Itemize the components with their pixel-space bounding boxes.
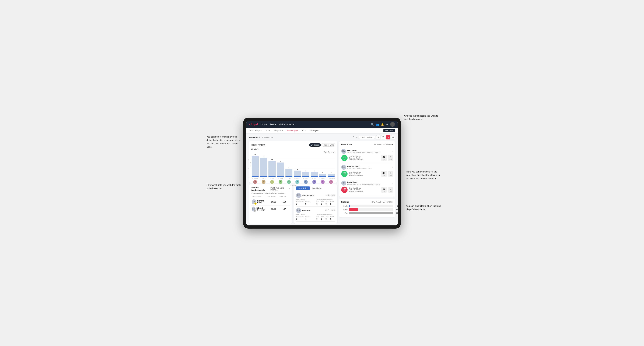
sub-nav-pga[interactable]: PGA (266, 128, 270, 133)
tab-on-course[interactable]: On Course (309, 143, 321, 147)
bar-group-3: 9 (277, 161, 284, 177)
scoring-bar-row-0: Eagles3 (341, 205, 393, 207)
shot-player-meta-3: 24 Aug 2023 · Royal North Devon GC · Hol… (347, 183, 380, 185)
show-label: Show: (353, 136, 358, 138)
annotation-bottom-left: Filter what data you wish the table to b… (206, 183, 242, 190)
arg-col-1: ARG 0 (326, 201, 328, 205)
shot-dist-num-1: 67 (382, 156, 385, 159)
shot-dist-badge-1: 67 yds (381, 155, 387, 161)
x-label-7: M. Miller (310, 178, 318, 179)
putt-col-2: PUTT 0 (330, 216, 334, 220)
all-players-dropdown[interactable]: All Players ▾ (384, 144, 393, 145)
shot-player-info-1: MM Matt Miller 09 Jun 2023 · Royal North… (341, 149, 380, 154)
edit-icon[interactable]: ✏ (272, 136, 273, 139)
best-shots-title: Best Shots (341, 143, 352, 146)
chart-controls: Total Rounds ▾ (251, 151, 335, 153)
total-rounds-label-1: Total Rounds (296, 199, 315, 201)
drill-dropdown[interactable]: PUTT Must Make Putting ... ▾ (270, 187, 290, 191)
nav-myperformance[interactable]: My Performance (279, 123, 294, 126)
shot-dist-unit-1: yds (382, 159, 385, 160)
show-dropdown[interactable]: Last 3 months ▾ (359, 136, 375, 139)
tab-least-active[interactable]: Least Active (310, 186, 324, 190)
x-label-6: R. Butler (302, 178, 309, 179)
chevron-right-icon-3[interactable]: › (392, 182, 393, 184)
chevron-down-icon: ▾ (382, 201, 382, 203)
settings-view-btn[interactable]: ⚙ (391, 135, 395, 140)
scoring-bar-row-2: Pars499 (341, 212, 393, 214)
scoring-bar-value-2: 499 (395, 212, 398, 214)
shot-zero-unit-3: yds (390, 190, 392, 192)
tablet-frame: clippd Home Teams My Performance 🔍 👥 🔔 ⊕… (243, 118, 401, 229)
sub-nav-hcaps[interactable]: Hcaps 1-5 (274, 128, 283, 133)
avatar-img-5: B (296, 180, 299, 184)
heart-view-btn[interactable]: ♥ (386, 135, 390, 140)
sub-nav: PGAT Players PGA Hcaps 1-5 Team Clippd T… (246, 128, 398, 134)
putt-col-1: PUTT 1 (330, 201, 334, 205)
avatar-3: C (277, 180, 284, 184)
scoring-bars: Eagles3Birdies96Pars499 (341, 205, 393, 214)
practice-label-1: Practice (305, 201, 310, 202)
bar-highlight-6 (302, 176, 309, 177)
app-val-1: 0 (321, 203, 324, 205)
sub-nav-allplayers[interactable]: All Players (310, 128, 320, 133)
active-stats-2: Total Rounds Tournament 8 (296, 214, 335, 220)
scoring-bar-label-1: Birdies (341, 209, 348, 210)
shot-score-circle-1: 200 SG (341, 155, 348, 161)
practice-activities-values-1: GTT 0 APP 0 (316, 201, 335, 205)
gtt-col-2: GTT 0 (316, 216, 319, 220)
x-label-1: R. Britt (260, 178, 267, 179)
bar-4 (286, 169, 292, 177)
nav-teams[interactable]: Teams (270, 123, 276, 126)
pb-score-2: 18/20 (268, 208, 279, 210)
chart-dropdown[interactable]: Total Rounds ▾ (324, 151, 335, 153)
grid-view-btn[interactable]: ⊞ (376, 135, 380, 140)
player-name-1: Richard Butler (257, 200, 268, 204)
shot-player-header-3: DF David Ford 24 Aug 2023 · Royal North … (341, 181, 393, 185)
x-label-5: G. Billingham (294, 178, 301, 179)
chevron-right-icon-2[interactable]: › (392, 166, 393, 168)
players-dropdown[interactable]: All Players ▾ (384, 201, 393, 203)
add-icon[interactable]: ⊕ (386, 123, 388, 126)
active-player-header-1: BM Blair McHarg 26 Aug 2023 (296, 193, 335, 198)
practice-activities-label-2: Total Practice Activities (316, 214, 335, 216)
show-controls: Show: Last 3 months ▾ ⊞ ☰ ♥ ⚙ (353, 135, 395, 140)
pb-avg-2: 107 (279, 208, 290, 210)
arg-val-2: 0 (326, 218, 328, 220)
sub-nav-tour[interactable]: Tour (302, 128, 306, 133)
tab-practice-drills[interactable]: Practice Drills (322, 143, 335, 147)
avatar[interactable]: U (390, 122, 395, 127)
practice-activities-label-1: Total Practice Activities (316, 199, 335, 201)
add-team-button[interactable]: Add Team (384, 129, 395, 132)
shot-details-1: 200 SG Shot Dist: 67 yds Start Lie: Roug… (341, 155, 393, 161)
par-dropdown[interactable]: Par 3, 4 & 5s ▾ (371, 201, 382, 203)
sub-nav-teamclippd[interactable]: Team Clippd (287, 128, 298, 133)
bar-value-4: 5 (288, 167, 289, 169)
shot-end-lie-1: End Lie: In The Hole (349, 159, 380, 161)
shot-zero-num-1: 0 (390, 156, 392, 159)
search-icon[interactable]: 🔍 (371, 123, 374, 126)
bar-0 (252, 156, 259, 177)
bar-7 (310, 172, 318, 177)
sub-nav-pgat[interactable]: PGAT Players (249, 128, 262, 133)
putt-label-2: PUTT (330, 216, 334, 218)
list-view-btn[interactable]: ☰ (381, 135, 385, 140)
bar-group-4: 5 (286, 167, 292, 177)
shot-start-lie-3: Start Lie: Rough (349, 189, 380, 191)
nav-home[interactable]: Home (262, 123, 267, 126)
avatar-img-1: B (262, 180, 266, 184)
bar-value-8: 2 (322, 172, 323, 173)
bar-chart: Total Rounds 0 5 10 1312109543322 B. McH… (251, 154, 335, 180)
chevron-right-icon-1[interactable]: › (392, 151, 393, 152)
putt-val-1: 1 (330, 203, 334, 205)
tab-most-active[interactable]: Most Active (296, 186, 310, 190)
shot-date-1: 09 Jun 2023 (347, 152, 356, 153)
users-icon[interactable]: 👥 (376, 123, 379, 126)
active-player-name-2: Rees Britt (302, 209, 311, 211)
shot-score-circle-2: 200 SG (341, 171, 348, 177)
bar-value-3: 9 (280, 161, 281, 162)
all-shots-dropdown[interactable]: All Shots ▾ (374, 144, 382, 145)
bell-icon[interactable]: 🔔 (381, 123, 384, 126)
total-rounds-group-2: Total Rounds Tournament 8 (296, 214, 315, 220)
shot-dist-badge-2: 43 yds (381, 171, 387, 177)
avatar-img-8: C (321, 180, 324, 184)
